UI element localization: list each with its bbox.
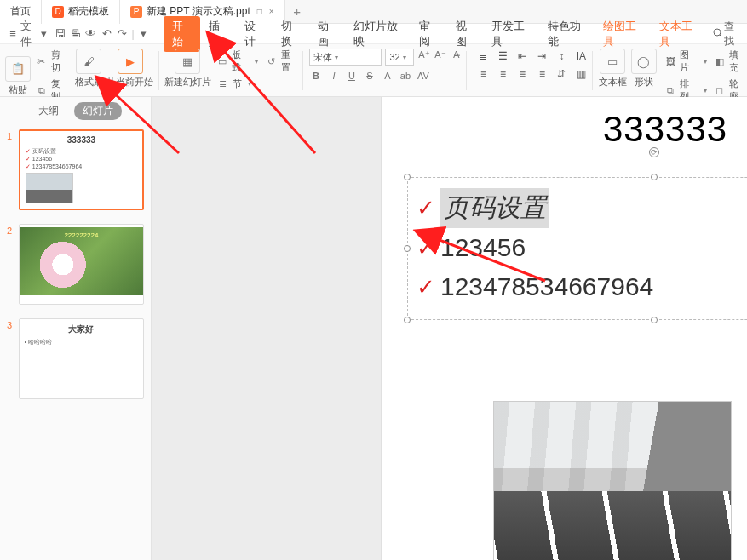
file-menu[interactable]: 文件 bbox=[20, 26, 36, 43]
tab-extra-icon[interactable]: □ bbox=[257, 7, 262, 16]
font-size-select[interactable]: 32▾ bbox=[385, 49, 414, 66]
menu-view[interactable]: 视图 bbox=[447, 16, 484, 52]
menu-slideshow[interactable]: 幻灯片放映 bbox=[345, 16, 411, 52]
thumb-2[interactable]: 222222224 bbox=[19, 224, 144, 305]
bullet-3[interactable]: ✓123478534667964 bbox=[417, 267, 747, 307]
file-menu-caret-icon[interactable]: ▾ bbox=[37, 26, 52, 43]
grow-font-icon[interactable]: A⁺ bbox=[417, 49, 430, 61]
save-icon[interactable]: 🖫 bbox=[52, 26, 67, 43]
align-right-button[interactable]: ≡ bbox=[514, 66, 530, 82]
fill-button[interactable]: ◧填充 bbox=[714, 49, 747, 74]
clear-format-icon[interactable]: A̶ bbox=[450, 49, 463, 61]
shrink-font-icon[interactable]: A⁻ bbox=[434, 49, 446, 61]
align-left-button[interactable]: ≡ bbox=[475, 66, 491, 82]
columns-button[interactable]: ▥ bbox=[573, 66, 589, 82]
handle-ml[interactable] bbox=[404, 245, 411, 252]
font-color-button[interactable]: A bbox=[381, 69, 394, 82]
indent-dec-button[interactable]: ⇤ bbox=[514, 49, 530, 64]
slide-page[interactable]: 333333 ⟳ ✓页码设置 ✓123456 ✓123478534667964 bbox=[382, 97, 747, 560]
redo-icon[interactable]: ↷ bbox=[114, 26, 129, 43]
menu-text-tools[interactable]: 文本工具 bbox=[651, 16, 706, 52]
bullet-1[interactable]: ✓页码设置 bbox=[417, 188, 747, 228]
tab-docshell-label: 稻壳模板 bbox=[68, 4, 109, 19]
print-icon[interactable]: 🖶 bbox=[67, 26, 83, 43]
tab-docshell[interactable]: D 稻壳模板 bbox=[42, 0, 120, 24]
bullets-button[interactable]: ≣ bbox=[475, 49, 491, 64]
handle-bl[interactable] bbox=[404, 317, 411, 323]
menu-review[interactable]: 审阅 bbox=[411, 16, 447, 52]
rotate-handle-icon[interactable]: ⟳ bbox=[649, 147, 659, 157]
thumb-1-line3: 123478534667964 bbox=[26, 163, 137, 170]
align-center-button[interactable]: ≡ bbox=[495, 66, 510, 82]
ribbon-divider-2 bbox=[302, 51, 303, 90]
preview-icon[interactable]: 👁 bbox=[83, 26, 99, 43]
menu-start[interactable]: 开始 bbox=[164, 16, 200, 52]
shape-button[interactable]: ◯ 形状 bbox=[631, 49, 657, 89]
italic-button[interactable]: I bbox=[327, 69, 340, 82]
slide-title[interactable]: 333333 bbox=[603, 109, 727, 150]
from-current-button[interactable]: ▶ 从当前开始 bbox=[107, 49, 152, 89]
menu-insert[interactable]: 插入 bbox=[200, 16, 237, 52]
app-menu-icon[interactable]: ≡ bbox=[5, 26, 20, 43]
bullet-2[interactable]: ✓123456 bbox=[417, 228, 747, 268]
tab-outline[interactable]: 大纲 bbox=[30, 102, 67, 120]
textbox-button[interactable]: ▭ 文本框 bbox=[599, 49, 626, 89]
font-family-select[interactable]: 宋体▾ bbox=[309, 49, 382, 66]
handle-bm[interactable] bbox=[651, 317, 658, 323]
underline-button[interactable]: U bbox=[345, 69, 358, 82]
ribbon: 📋 粘贴 ✂剪切 ⧉复制 🖌 格式刷 ▶ 从当前开始 ▦ 新建幻灯片 ▭版式▾ … bbox=[0, 44, 747, 97]
text-direction-button[interactable]: IA bbox=[573, 49, 589, 64]
new-slide-icon: ▦ bbox=[175, 49, 200, 74]
indent-inc-button[interactable]: ⇥ bbox=[534, 49, 549, 64]
thumb-3-wrap[interactable]: 3 大家好 哈哈哈哈 bbox=[7, 318, 144, 399]
menu-dev[interactable]: 开发工具 bbox=[483, 16, 538, 52]
content-textbox[interactable]: ⟳ ✓页码设置 ✓123456 ✓123478534667964 bbox=[407, 177, 747, 320]
section-button[interactable]: ≣节▾ bbox=[216, 77, 259, 90]
align-justify-button[interactable]: ≡ bbox=[534, 66, 549, 82]
paste-button[interactable]: 📋 粘贴 bbox=[5, 56, 31, 96]
thumb-3[interactable]: 大家好 哈哈哈哈 bbox=[19, 318, 144, 399]
bullet-1-text[interactable]: 页码设置 bbox=[440, 188, 549, 228]
slide-panel: 大纲 幻灯片 1 333333 页码设置 123456 123478534667… bbox=[0, 97, 152, 560]
menu-transition[interactable]: 切换 bbox=[273, 16, 309, 52]
numbering-button[interactable]: ☰ bbox=[495, 49, 510, 64]
bullet-3-text[interactable]: 123478534667964 bbox=[440, 267, 653, 307]
menu-search[interactable]: 查找 bbox=[713, 20, 742, 49]
menu-special[interactable]: 特色功能 bbox=[539, 16, 595, 52]
picture-button[interactable]: 🖼图片▾ bbox=[664, 49, 707, 74]
cut-icon: ✂ bbox=[36, 55, 48, 68]
cut-button[interactable]: ✂剪切 bbox=[36, 49, 68, 74]
section-label: 节 bbox=[233, 77, 242, 90]
shape-label: 形状 bbox=[635, 76, 653, 89]
ppt-icon: P bbox=[130, 6, 142, 18]
align-vert-button[interactable]: ⇵ bbox=[554, 66, 569, 82]
slide-canvas[interactable]: 333333 ⟳ ✓页码设置 ✓123456 ✓123478534667964 bbox=[152, 97, 747, 560]
char-spacing-button[interactable]: AV bbox=[417, 69, 429, 82]
strike-button[interactable]: S bbox=[363, 69, 376, 82]
thumb-1-wrap[interactable]: 1 333333 页码设置 123456 123478534667964 bbox=[7, 129, 144, 210]
bold-button[interactable]: B bbox=[309, 69, 322, 82]
format-painter-icon: 🖌 bbox=[76, 49, 101, 74]
new-slide-button[interactable]: ▦ 新建幻灯片 bbox=[165, 49, 210, 89]
thumb-1[interactable]: 333333 页码设置 123456 123478534667964 bbox=[19, 129, 144, 210]
qa-caret-icon[interactable]: ▾ bbox=[136, 26, 152, 43]
menu-design[interactable]: 设计 bbox=[236, 16, 273, 52]
line-spacing-button[interactable]: ↕ bbox=[554, 49, 569, 64]
highlight-button[interactable]: ab bbox=[399, 69, 411, 82]
menu-anim[interactable]: 动画 bbox=[309, 16, 346, 52]
thumb-2-num: 2 bbox=[7, 226, 15, 236]
undo-icon[interactable]: ↶ bbox=[99, 26, 114, 43]
layout-button[interactable]: ▭版式▾ bbox=[216, 49, 259, 74]
tab-slides[interactable]: 幻灯片 bbox=[74, 102, 122, 120]
format-painter-button[interactable]: 🖌 格式刷 bbox=[76, 49, 103, 89]
handle-tl[interactable] bbox=[404, 174, 411, 180]
handle-tm[interactable] bbox=[651, 174, 658, 180]
bullet-2-text[interactable]: 123456 bbox=[440, 228, 526, 268]
workspace: 大纲 幻灯片 1 333333 页码设置 123456 123478534667… bbox=[0, 97, 747, 560]
tab-close-icon[interactable]: × bbox=[269, 7, 274, 16]
reset-button[interactable]: ↺重置 bbox=[265, 49, 298, 74]
slide-image[interactable] bbox=[493, 401, 732, 560]
thumb-2-wrap[interactable]: 2 222222224 bbox=[7, 224, 144, 305]
menu-draw-tools[interactable]: 绘图工具 bbox=[595, 16, 650, 52]
thumb-1-line1: 页码设置 bbox=[26, 147, 137, 155]
